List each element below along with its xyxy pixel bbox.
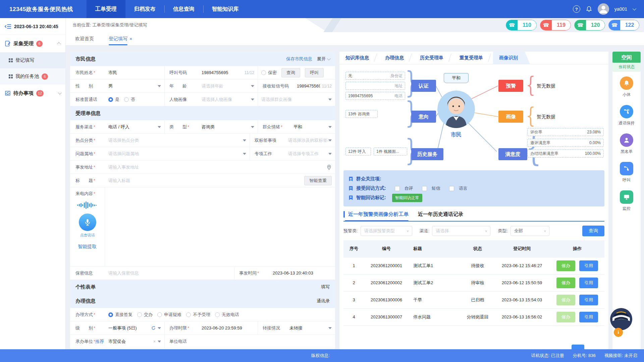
type-filter-select[interactable]: 全部 [511,226,549,236]
method-apply-difficult-radio[interactable] [157,312,162,317]
secrecy-radio[interactable] [261,70,266,75]
type-select[interactable]: 咨询类 [198,120,258,133]
warning-type-select[interactable]: 请选择预警类型 [361,226,412,236]
user-avatar[interactable] [598,3,609,15]
special-work-select[interactable]: 请选择专项工作 [285,147,335,160]
fill-link[interactable]: 填写 [321,284,330,290]
unit-select[interactable]: 市贸促会 [105,335,165,348]
deadline-value[interactable]: 2023-06-20 23:59:59 [198,321,258,335]
push-to-talk-button[interactable] [79,214,96,231]
username[interactable]: ya001 [614,6,627,12]
node-satisfaction[interactable]: 满意度 [498,148,527,160]
tab-handle-info[interactable]: 办理信息 [379,51,414,64]
assistant-robot-button[interactable] [610,308,633,331]
secret-info-input[interactable] [108,270,231,276]
portrait-select-2[interactable]: 请选择群众画像 [258,93,335,106]
assistant-info-button[interactable] [614,328,623,337]
quote-button[interactable]: 引用 [579,278,598,288]
node-history-service[interactable]: 历史服务 [411,148,443,160]
hotline-110-button[interactable]: 110 [506,20,537,31]
toolbar-item-blacklist[interactable]: 黑名单 [620,133,633,155]
tab-portrait-recognition[interactable]: 画像识别 [493,51,530,64]
urge-button-disabled[interactable]: 催办 [556,295,575,305]
method-direct-reply-radio[interactable] [108,312,113,317]
pagination-button[interactable] [572,345,584,349]
tab-history-tickets[interactable]: 历史受理单 [414,51,453,64]
close-tab-icon[interactable] [129,36,132,42]
smart-extract-link[interactable]: 智能提取 [78,244,97,250]
transfer-select[interactable]: 未转接 [286,321,335,335]
call-content-textarea[interactable] [105,187,335,266]
self-eval-checkbox[interactable] [395,186,400,191]
notification-bell-icon[interactable] [586,5,592,13]
tab-register-fill[interactable]: 登记填写 [109,32,132,45]
gender-select[interactable]: 男 [105,79,165,93]
nav-item-info-query[interactable]: 信息查询 [164,0,203,18]
region-select[interactable]: 请选择问题属地 [105,147,250,160]
method-invalid-call-radio[interactable] [215,312,220,317]
level-select[interactable]: 一般事项 (5日) [105,321,165,335]
age-select[interactable]: 请选择年龄 [198,79,258,93]
sidebar-group-collect[interactable]: 采集受理 6 [0,35,65,52]
channel-filter-select[interactable]: 请选择 [432,226,490,236]
node-intent[interactable]: 意向 [411,111,436,123]
nav-item-knowledge-base[interactable]: 智能知识库 [203,0,248,18]
node-portrait[interactable]: 画像 [498,111,523,123]
toolbar-item-call[interactable]: 呼叫 [620,162,633,183]
title-input[interactable] [108,178,304,183]
user-menu-chevron-icon[interactable] [633,7,636,10]
table-search-button[interactable]: 查询 [582,226,604,236]
subtab-history-calls[interactable]: 近一年历史通话记录 [418,211,463,218]
quote-button[interactable]: 引用 [579,312,598,322]
contacts-link[interactable]: 通讯录 [317,298,330,304]
call-button[interactable]: 呼叫 [305,68,324,77]
dual-tag-select[interactable]: 请选择涉及的双标签事项 [285,134,335,147]
nav-item-ticket-handling[interactable]: 工单受理 [87,0,125,18]
location-pin-icon[interactable] [326,165,332,170]
method-assign-radio[interactable] [137,312,142,317]
hotline-120-button[interactable]: 120 [574,20,605,31]
unit-phone-input[interactable] [202,339,332,344]
quote-button[interactable]: 引用 [579,295,598,305]
method-reject-radio[interactable] [186,312,191,317]
tab-welcome-home[interactable]: 欢迎首页 [75,36,94,42]
node-warning[interactable]: 预警 [498,80,523,92]
mandarin-no-radio[interactable] [124,97,129,102]
address-input[interactable] [108,165,326,170]
sidebar-group-todo[interactable]: 待办事项 12 [0,84,65,102]
collapse-menu-icon[interactable] [5,24,11,29]
recommend-link[interactable]: 推荐 [95,339,104,345]
tab-duplicate-tickets[interactable]: 重复受理单 [453,51,493,64]
clear-icon[interactable] [153,339,156,344]
urge-button[interactable]: 催办 [556,260,575,271]
hotline-119-button[interactable]: 119 [540,20,571,31]
hotline-122-button[interactable]: 122 [608,20,639,31]
urge-button[interactable]: 催办 [556,278,575,288]
sidebar-item-register[interactable]: 登记填写 [0,52,65,68]
citizen-name-input[interactable] [108,70,161,75]
toolbar-item-hold[interactable]: 通话保持 [619,105,635,126]
mandarin-yes-radio[interactable] [108,97,113,102]
smart-dedupe-button[interactable]: 智能查重 [304,176,332,185]
hotspot-select[interactable]: 请选择热点分类 [105,134,250,147]
help-icon[interactable] [573,5,580,13]
query-button[interactable]: 查询 [281,68,300,77]
voice-checkbox[interactable] [449,186,454,191]
emotion-select[interactable]: 平和 [290,120,335,133]
nav-item-archive-publish[interactable]: 归档发布 [125,0,164,18]
quote-button[interactable]: 引用 [579,260,598,271]
urge-button-disabled[interactable]: 催办 [556,312,575,322]
refresh-icon[interactable] [151,326,156,330]
toolbar-item-monitor[interactable]: 监控 [620,190,633,212]
agent-status-badge[interactable]: 空闲 [612,52,641,63]
channel-select[interactable]: 电话 / 呼入 [105,120,165,133]
portrait-select-1[interactable]: 请选择人物画像 [198,93,258,106]
sms-number-input[interactable] [297,83,320,88]
node-auth[interactable]: 认证 [411,80,436,92]
subtab-warning-portrait-tickets[interactable]: 近一年预警类画像分析工单 [343,211,409,218]
tab-knowledge-info[interactable]: 知识库信息 [339,51,379,64]
expand-toggle[interactable]: 展开 [317,56,330,62]
incident-time-value[interactable]: 2023-06-13 20:40:03 [269,266,335,280]
call-number-input[interactable] [202,70,243,75]
toolbar-item-break[interactable]: 小休 [620,76,633,98]
